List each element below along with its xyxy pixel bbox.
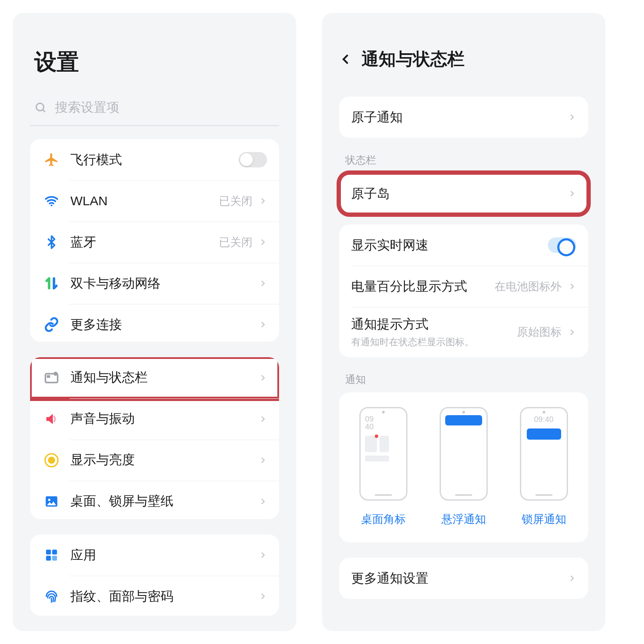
row-bluetooth[interactable]: 蓝牙 已关闭 <box>30 222 279 263</box>
detail-header: 通知与状态栏 <box>339 47 588 71</box>
preview-badge[interactable]: 0940 桌面角标 <box>359 407 407 527</box>
preview-banner-label: 悬浮通知 <box>441 512 486 527</box>
svg-rect-11 <box>52 550 57 555</box>
search-placeholder: 搜索设置项 <box>55 99 119 116</box>
svg-point-2 <box>51 204 52 206</box>
airplane-icon <box>42 150 61 169</box>
airplane-toggle[interactable] <box>239 152 267 167</box>
preview-lockscreen[interactable]: 09:40 锁屏通知 <box>520 407 568 527</box>
row-more-connections[interactable]: 更多连接 <box>30 304 279 342</box>
group-connectivity: 飞行模式 WLAN 已关闭 蓝牙 已关闭 <box>30 139 279 342</box>
settings-detail-pane: 通知与状态栏 原子通知 状态栏 原子岛 显示实时网速 电量百分比显示方式 在电池… <box>322 13 605 631</box>
net-speed-label: 显示实时网速 <box>351 237 548 254</box>
chevron-right-icon <box>258 374 267 382</box>
row-atom-notification[interactable]: 原子通知 <box>339 97 588 138</box>
svg-point-7 <box>48 457 55 464</box>
display-label: 显示与亮度 <box>70 451 258 469</box>
row-apps[interactable]: 应用 <box>30 535 279 576</box>
svg-line-1 <box>43 109 45 112</box>
preview-badge-label: 桌面角标 <box>361 512 406 527</box>
chevron-right-icon <box>568 328 576 337</box>
fingerprint-icon <box>42 587 61 606</box>
brightness-icon <box>42 451 61 470</box>
group-apps-security: 应用 指纹、面部与密码 <box>30 535 279 616</box>
notif-style-value: 原始图标 <box>517 325 562 340</box>
wallpaper-label: 桌面、锁屏与壁纸 <box>70 492 258 510</box>
apps-label: 应用 <box>70 547 258 564</box>
svg-rect-13 <box>52 556 57 561</box>
more-notif-label: 更多通知设置 <box>351 570 568 587</box>
row-atom-island[interactable]: 原子岛 <box>339 173 588 214</box>
section-statusbar-label: 状态栏 <box>345 153 588 167</box>
svg-rect-10 <box>46 550 51 555</box>
row-net-speed[interactable]: 显示实时网速 <box>339 225 588 266</box>
preview-banner[interactable]: 悬浮通知 <box>440 407 488 527</box>
group-more-notif: 更多通知设置 <box>339 558 588 599</box>
settings-main-pane: 设置 搜索设置项 飞行模式 WLAN 已关闭 <box>13 13 296 631</box>
chevron-right-icon <box>258 197 267 205</box>
row-battery-percent[interactable]: 电量百分比显示方式 在电池图标外 <box>339 266 588 307</box>
search-bar[interactable]: 搜索设置项 <box>30 99 279 126</box>
notif-style-label: 通知提示方式 <box>351 316 517 333</box>
group-statusbar-opts: 显示实时网速 电量百分比显示方式 在电池图标外 通知提示方式 有通知时在状态栏显… <box>339 225 588 357</box>
dual-sim-label: 双卡与移动网络 <box>70 275 258 292</box>
airplane-label: 飞行模式 <box>70 151 239 169</box>
row-notification-statusbar[interactable]: 通知与状态栏 <box>30 357 279 398</box>
chevron-right-icon <box>258 320 267 329</box>
speaker-icon <box>42 410 61 428</box>
picture-icon <box>42 492 61 511</box>
svg-rect-12 <box>46 556 51 561</box>
net-speed-toggle[interactable] <box>548 237 576 253</box>
bluetooth-label: 蓝牙 <box>70 234 219 251</box>
row-notif-style[interactable]: 通知提示方式 有通知时在状态栏显示图标。 原始图标 <box>339 307 588 357</box>
chevron-right-icon <box>258 551 267 559</box>
group-notification-previews: 0940 桌面角标 悬浮通知 <box>339 392 588 542</box>
preview-lockscreen-label: 锁屏通知 <box>522 512 566 527</box>
back-icon[interactable] <box>339 53 352 66</box>
atom-island-label: 原子岛 <box>351 185 568 203</box>
chevron-right-icon <box>258 497 267 506</box>
wlan-label: WLAN <box>70 194 219 208</box>
chevron-right-icon <box>258 279 267 288</box>
group-personalization: 通知与状态栏 声音与振动 显示与亮度 桌 <box>30 357 279 519</box>
detail-title: 通知与状态栏 <box>361 47 465 71</box>
phone-mock-banner <box>440 407 488 501</box>
row-dual-sim[interactable]: 双卡与移动网络 <box>30 263 279 304</box>
battery-pct-label: 电量百分比显示方式 <box>351 278 495 295</box>
row-wallpaper[interactable]: 桌面、锁屏与壁纸 <box>30 481 279 519</box>
row-display-brightness[interactable]: 显示与亮度 <box>30 440 279 481</box>
chevron-right-icon <box>258 238 267 246</box>
bluetooth-icon <box>42 233 61 252</box>
svg-point-9 <box>48 498 50 501</box>
page-title: 设置 <box>34 47 279 77</box>
svg-point-5 <box>54 372 58 376</box>
bluetooth-status: 已关闭 <box>219 235 252 250</box>
sound-label: 声音与振动 <box>70 410 258 428</box>
wlan-status: 已关闭 <box>219 194 252 209</box>
atom-notif-label: 原子通知 <box>351 109 568 126</box>
row-more-notification-settings[interactable]: 更多通知设置 <box>339 558 588 599</box>
chevron-right-icon <box>258 592 267 601</box>
row-wlan[interactable]: WLAN 已关闭 <box>30 180 279 222</box>
chevron-right-icon <box>568 282 576 291</box>
link-icon <box>42 315 61 334</box>
chevron-right-icon <box>568 113 576 122</box>
statusbar-icon <box>42 368 61 387</box>
group-atom-notif: 原子通知 <box>339 97 588 138</box>
group-atom-island: 原子岛 <box>339 173 588 214</box>
chevron-right-icon <box>258 415 267 423</box>
phone-mock-lockscreen: 09:40 <box>520 407 568 501</box>
more-conn-label: 更多连接 <box>70 316 258 334</box>
row-airplane-mode[interactable]: 飞行模式 <box>30 139 279 180</box>
chevron-right-icon <box>568 189 576 198</box>
row-sound-vibration[interactable]: 声音与振动 <box>30 398 279 440</box>
wifi-icon <box>42 191 61 210</box>
row-biometrics[interactable]: 指纹、面部与密码 <box>30 576 279 616</box>
svg-point-0 <box>36 103 44 111</box>
battery-pct-value: 在电池图标外 <box>495 279 562 294</box>
chevron-right-icon <box>258 456 267 465</box>
dual-sim-icon <box>42 274 61 293</box>
apps-icon <box>42 546 61 565</box>
search-icon <box>34 101 47 114</box>
svg-rect-4 <box>47 375 50 377</box>
